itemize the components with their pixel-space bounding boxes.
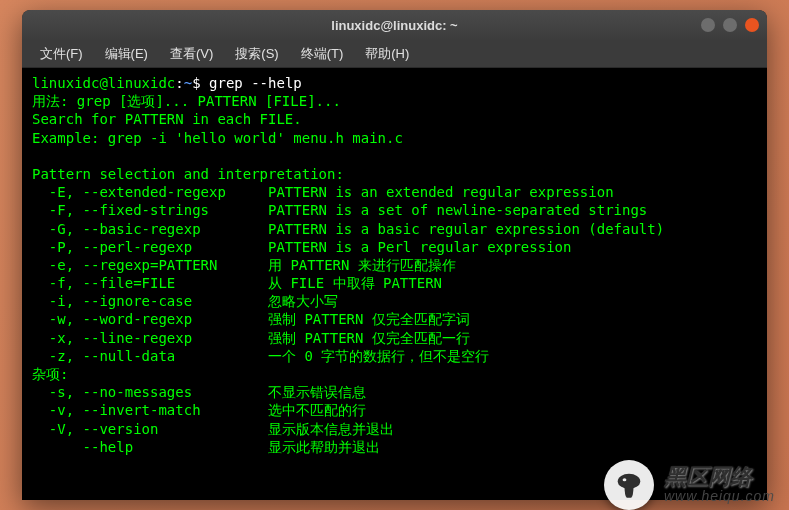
prompt-path: ~ [184, 75, 192, 91]
option-desc: PATTERN is a Perl regular expression [260, 239, 572, 255]
prompt-colon: : [175, 75, 183, 91]
option-line: -v, --invert-match [32, 401, 260, 419]
option-line: -w, --word-regexp [32, 310, 260, 328]
close-button[interactable] [745, 18, 759, 32]
option-desc: PATTERN is a set of newline-separated st… [260, 202, 648, 218]
output-desc: Search for PATTERN in each FILE. [32, 111, 302, 127]
section-header-1: Pattern selection and interpretation: [32, 166, 344, 182]
option-line: -i, --ignore-case [32, 292, 260, 310]
minimize-button[interactable] [701, 18, 715, 32]
option-line: -z, --null-data [32, 347, 260, 365]
window-controls [701, 18, 759, 32]
option-line: -F, --fixed-strings [32, 201, 260, 219]
menu-terminal[interactable]: 终端(T) [291, 41, 354, 67]
option-line: -f, --file=FILE [32, 274, 260, 292]
section-header-2: 杂项: [32, 366, 68, 382]
option-desc: 选中不匹配的行 [260, 402, 366, 418]
option-line: -e, --regexp=PATTERN [32, 256, 260, 274]
option-desc: PATTERN is an extended regular expressio… [260, 184, 614, 200]
option-desc: 不显示错误信息 [260, 384, 366, 400]
option-line: -V, --version [32, 420, 260, 438]
menu-edit[interactable]: 编辑(E) [95, 41, 158, 67]
option-line: -s, --no-messages [32, 383, 260, 401]
menu-help[interactable]: 帮助(H) [355, 41, 419, 67]
menu-search[interactable]: 搜索(S) [225, 41, 288, 67]
option-desc: 忽略大小写 [260, 293, 338, 309]
menubar: 文件(F) 编辑(E) 查看(V) 搜索(S) 终端(T) 帮助(H) [22, 40, 767, 68]
prompt-dollar: $ [192, 75, 200, 91]
option-line: -E, --extended-regexp [32, 183, 260, 201]
option-desc: 显示此帮助并退出 [260, 439, 380, 455]
option-line: -G, --basic-regexp [32, 220, 260, 238]
command-text: grep --help [201, 75, 302, 91]
menu-file[interactable]: 文件(F) [30, 41, 93, 67]
option-line: -P, --perl-regexp [32, 238, 260, 256]
option-desc: 强制 PATTERN 仅完全匹配一行 [260, 330, 470, 346]
option-desc: 显示版本信息并退出 [260, 421, 394, 437]
option-desc: 强制 PATTERN 仅完全匹配字词 [260, 311, 470, 327]
output-example: Example: grep -i 'hello world' menu.h ma… [32, 130, 403, 146]
option-desc: PATTERN is a basic regular expression (d… [260, 221, 665, 237]
option-desc: 用 PATTERN 来进行匹配操作 [260, 257, 456, 273]
option-desc: 一个 0 字节的数据行，但不是空行 [260, 348, 490, 364]
menu-view[interactable]: 查看(V) [160, 41, 223, 67]
titlebar: linuxidc@linuxidc: ~ [22, 10, 767, 40]
terminal-body[interactable]: linuxidc@linuxidc:~$ grep --help 用法: gre… [22, 68, 767, 500]
prompt-userhost: linuxidc@linuxidc [32, 75, 175, 91]
output-usage: 用法: grep [选项]... PATTERN [FILE]... [32, 93, 341, 109]
terminal-window: linuxidc@linuxidc: ~ 文件(F) 编辑(E) 查看(V) 搜… [22, 10, 767, 500]
window-title: linuxidc@linuxidc: ~ [331, 18, 457, 33]
option-line: --help [32, 438, 260, 456]
option-line: -x, --line-regexp [32, 329, 260, 347]
maximize-button[interactable] [723, 18, 737, 32]
option-desc: 从 FILE 中取得 PATTERN [260, 275, 442, 291]
